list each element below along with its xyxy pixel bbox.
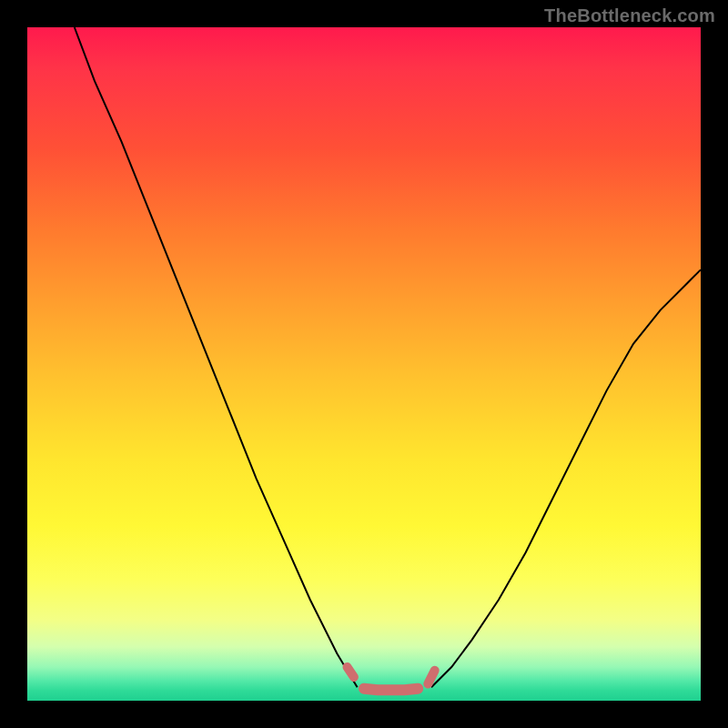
series-valley-marker-right-dot bbox=[428, 671, 434, 684]
outer-frame: TheBottleneck.com bbox=[0, 0, 728, 728]
plot-area bbox=[27, 27, 701, 701]
series-valley-marker-floor bbox=[364, 689, 418, 690]
chart-svg bbox=[27, 27, 701, 701]
series-left-arm bbox=[75, 27, 358, 687]
series-valley-marker-left-dot bbox=[348, 667, 354, 677]
series-right-arm bbox=[431, 269, 701, 687]
watermark-text: TheBottleneck.com bbox=[544, 5, 715, 26]
